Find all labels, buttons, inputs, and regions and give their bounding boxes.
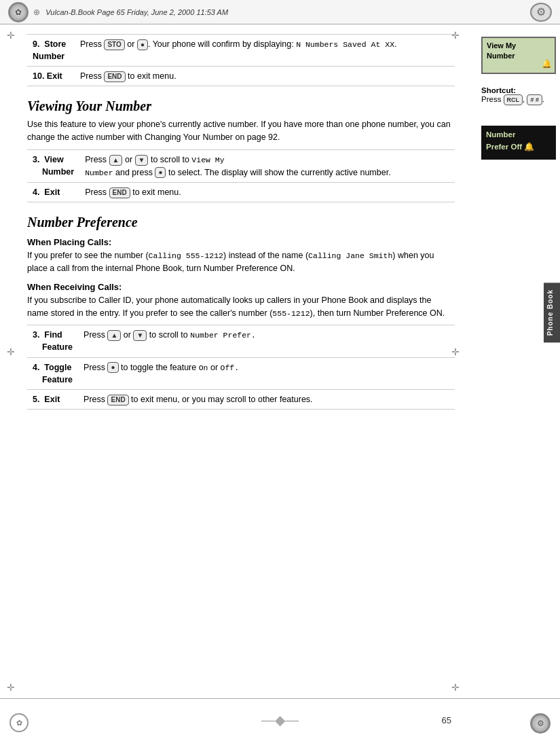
number-prefer-code: Number Prefer. — [190, 331, 256, 340]
number-prefer-screen-icon: 🔔 — [524, 142, 534, 151]
view-step-3-number: 3. View Number — [27, 149, 79, 182]
number-preference-title: Number Preference — [27, 215, 455, 230]
np-step-5-description: Press END to exit menu, or you may scrol… — [78, 389, 455, 409]
footer-right-decoration: ⚙ — [530, 713, 550, 734]
viewing-your-number-body: Use this feature to view your phone's cu… — [27, 118, 455, 144]
select-button-icon-9: ● — [137, 39, 148, 50]
header-text: Vulcan-B.Book Page 65 Friday, June 2, 20… — [45, 8, 228, 16]
store-number-table: 9. StoreNumber Press STO or ●. Your phon… — [27, 34, 455, 86]
sto-button-icon: STO — [104, 39, 124, 50]
right-sidebar: View MyNumber 🔔 Shortcut: Press RCL, # #… — [465, 24, 560, 698]
view-step-4-description: Press END to exit menu. — [79, 183, 455, 202]
number-pref-steps-table: 3. Find Feature Press ▲ or ▼ to scroll t… — [27, 325, 455, 410]
np-step-3-row: 3. Find Feature Press ▲ or ▼ to scroll t… — [27, 325, 455, 357]
view-step-3-description: Press ▲ or ▼ to scroll to View MyNumber … — [79, 149, 455, 182]
end-button-np5: END — [107, 395, 128, 405]
header-bar: ✿ ⊕ Vulcan-B.Book Page 65 Friday, June 2… — [0, 0, 560, 24]
viewing-your-number-title: Viewing Your Number — [27, 98, 455, 114]
footer-left-decoration: ✿ — [10, 713, 29, 732]
view-my-number-screen-title: View MyNumber — [487, 41, 550, 62]
page-number-container: 65 — [442, 715, 451, 725]
view-step-4-row: 4. Exit Press END to exit menu. — [27, 183, 455, 202]
header-left-decoration: ✿ — [8, 2, 29, 22]
view-my-number-screen: View MyNumber 🔔 — [481, 37, 556, 74]
corner-cross-mid-right: ✛ — [451, 346, 460, 357]
view-step-4-number: 4. Exit — [27, 183, 79, 202]
down-arrow-np3: ▼ — [133, 330, 147, 341]
down-arrow-icon-v3: ▼ — [135, 155, 149, 166]
step-9-number: 9. StoreNumber — [27, 35, 75, 67]
up-arrow-np3: ▲ — [107, 330, 121, 341]
step-9-description: Press STO or ●. Your phone will confirm … — [75, 35, 455, 67]
receiving-code: 555-1212 — [272, 309, 310, 318]
placing-code2: Calling Jane Smith — [308, 251, 392, 260]
when-receiving-label: When Receiving Calls: — [27, 282, 455, 292]
up-arrow-icon-v3: ▲ — [109, 155, 123, 166]
placing-code1: Calling 555-1212 — [149, 251, 223, 260]
header-right-decoration: ⚙ — [530, 3, 552, 22]
view-step-3-row: 3. View Number Press ▲ or ▼ to scroll to… — [27, 149, 455, 182]
np-step-4-row: 4. Toggle Feature Press ● to toggle the … — [27, 357, 455, 389]
np-step-5-row: 5. Exit Press END to exit menu, or you m… — [27, 389, 455, 409]
np-step-5-number: 5. Exit — [27, 389, 78, 409]
number-prefer-screen: NumberPrefer Off 🔔 — [481, 126, 556, 160]
footer: ✿ —◆— 65 ⚙ — [0, 698, 560, 739]
corner-cross-mid-left: ✛ — [7, 346, 15, 357]
np-step-4-number: 4. Toggle Feature — [27, 357, 78, 389]
rcl-button-icon: RCL — [504, 94, 523, 105]
end-button-v4: END — [109, 187, 130, 198]
on-code: On — [199, 363, 208, 372]
page-number: 65 — [442, 715, 451, 725]
phone-book-tab: Phone Book — [544, 283, 560, 342]
shortcut-label: Shortcut: — [481, 86, 516, 94]
corner-cross-bottom-right: ✛ — [451, 682, 460, 693]
main-content: 9. StoreNumber Press STO or ●. Your phon… — [20, 24, 462, 698]
np-step-4-description: Press ● to toggle the feature On or Off. — [78, 357, 455, 389]
corner-cross-top-left: ✛ — [7, 30, 15, 41]
hash-button-icon: # # — [527, 94, 542, 105]
when-placing-label: When Placing Calls: — [27, 237, 455, 247]
step-10-number: 10. Exit — [27, 67, 75, 86]
when-placing-body: If you prefer to see the number (Calling… — [27, 249, 455, 275]
footer-center-decoration: —◆— — [261, 712, 299, 728]
step-10-description: Press END to exit menu. — [75, 67, 455, 86]
when-receiving-body: If you subscribe to Caller ID, your phon… — [27, 294, 455, 320]
step-9-row: 9. StoreNumber Press STO or ●. Your phon… — [27, 35, 455, 67]
select-button-np4: ● — [107, 362, 118, 373]
off-code: Off. — [221, 363, 240, 372]
np-step-3-description: Press ▲ or ▼ to scroll to Number Prefer. — [78, 325, 455, 357]
viewing-steps-table: 3. View Number Press ▲ or ▼ to scroll to… — [27, 149, 455, 202]
store-confirm-code: N Numbers Saved At XX — [296, 40, 394, 49]
np-step-3-number: 3. Find Feature — [27, 325, 78, 357]
step-10-row: 10. Exit Press END to exit menu. — [27, 67, 455, 86]
shortcut-desc: Press — [481, 95, 504, 103]
footer-spiral-left: ✿ — [10, 713, 29, 732]
footer-gear-right: ⚙ — [530, 713, 550, 734]
shortcut-box: Shortcut: Press RCL, # #. — [481, 86, 556, 105]
number-prefer-screen-title: NumberPrefer Off — [486, 130, 522, 151]
select-button-v3: ● — [155, 167, 166, 178]
corner-cross-bottom-left: ✛ — [7, 682, 15, 693]
view-my-number-screen-icon: 🔔 — [542, 58, 552, 71]
end-button-icon-10: END — [104, 71, 125, 82]
